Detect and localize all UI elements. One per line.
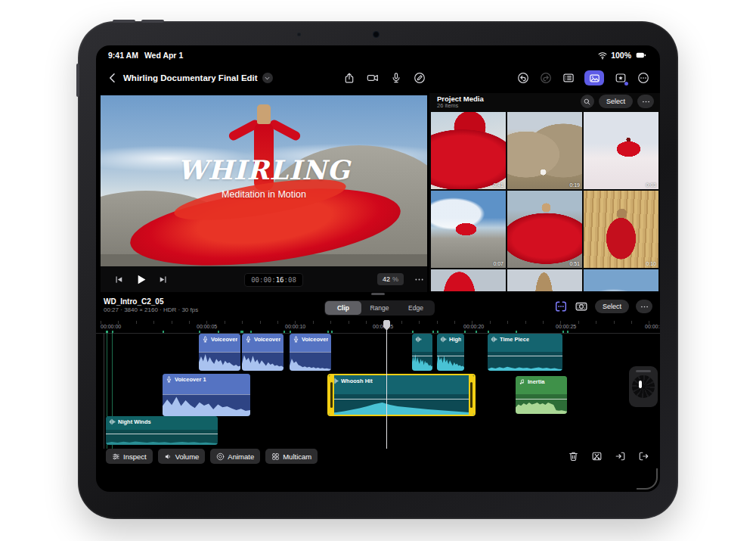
badge-dot [624,82,628,86]
timeline-clip-high-[interactable]: High... [437,334,464,371]
media-more-button[interactable] [637,95,654,108]
jog-dial[interactable] [632,375,655,398]
timeline-clip-night-winds[interactable]: Night Winds [106,416,218,445]
volume-button[interactable]: Volume [158,449,206,464]
media-select-button[interactable]: Select [599,95,633,108]
media-thumbnail-salt-flat-dancer[interactable]: 0:03 [584,112,658,189]
video-viewer[interactable]: WHIRLING Meditation in Motion [101,95,427,266]
clip-header: High... [437,334,464,352]
timeline-clip-voiceover-2[interactable]: Voiceover 2 [242,334,284,371]
status-indicators: 100% [597,50,648,61]
timeline-clip-whoosh-hit[interactable]: Whoosh Hit [327,374,476,416]
media-thumbnail-red-swirl-closeup[interactable]: 0:41 [431,112,506,189]
ruler-label: 00:00:25 [556,324,576,329]
clip-overlay-button[interactable] [575,300,588,313]
timeline-start-line [104,333,104,449]
volume-down-button [141,20,164,23]
blade-button[interactable] [591,451,603,462]
more-dots-icon [641,97,651,107]
jog-wheel[interactable] [629,366,658,407]
media-thumbnail-rocky-valley[interactable]: 0:19 [507,112,582,189]
media-thumbnail-hat-figure[interactable] [507,269,582,291]
index-button[interactable] [562,72,575,85]
overlay-badge-button[interactable] [614,72,627,85]
timeline-select-button[interactable]: Select [595,300,629,313]
mic-small-icon [293,336,299,343]
title-dropdown-button[interactable] [262,73,273,83]
media-thumbnail-red-figure-partial[interactable] [431,269,506,291]
timecode-display[interactable]: 00:00:16:08 [244,273,303,287]
camera-sensor [297,33,301,36]
insert-left-button[interactable] [615,451,626,462]
project-title[interactable]: Whirling Documentary Final Edit [123,73,258,82]
animate-button[interactable]: Animate [210,449,260,464]
battery-icon [634,50,648,61]
tool-button-label: Multicam [283,452,311,461]
media-thumbnail-whirl-on-hills[interactable]: 0:51 [507,191,582,268]
media-grid: 0:410:190:030:070:510:10 [431,112,658,291]
panel-resize-grip[interactable] [371,293,385,295]
clip-waveform [290,352,331,371]
viewer-more-button[interactable] [414,274,425,285]
timecode-frames: :08 [284,276,296,284]
media-thumbnail-hill-dancer-sky[interactable]: 0:07 [431,191,506,268]
more-icon [637,72,649,84]
timeline-ruler[interactable]: 00:00:0000:00:0500:00:1000:00:1500:00:20… [96,320,660,334]
timeline-clip-untitled[interactable] [412,334,432,371]
mode-clip[interactable]: Clip [325,301,361,315]
media-browser-button[interactable] [584,70,604,86]
inspect-button[interactable]: Inspect [106,449,153,464]
mode-edge[interactable]: Edge [398,301,434,315]
timeline-more-button[interactable] [636,300,652,313]
clip-waveform [163,394,250,416]
timeline-tool-buttons: InspectVolumeAnimateMulticam [106,449,318,464]
clip-header: Night Winds [106,416,218,430]
undo-button[interactable] [516,72,529,85]
skip-forward-button[interactable] [158,275,168,284]
camera-button[interactable] [366,72,379,85]
corner-gesture-hint [637,468,658,490]
trim-handle-left[interactable] [329,375,334,415]
zoom-level-control[interactable]: 42 % [377,273,404,285]
thumbnail-duration: 0:41 [493,182,503,188]
mode-range[interactable]: Range [361,301,398,315]
clip-volume-line [412,356,432,356]
chevron-down-icon [264,75,271,82]
timeline-clip-voiceover-3[interactable]: Voiceover 3 [290,334,331,371]
timeline-clip-voiceover-2[interactable]: Voiceover 2 [199,334,240,371]
media-thumbnail-reeds-figure[interactable]: 0:10 [584,191,658,268]
trash-button[interactable] [568,451,579,462]
search-icon [583,98,591,106]
battery-percent: 100% [611,51,631,60]
back-button[interactable] [107,72,119,84]
top-button [76,64,79,97]
mic-button[interactable] [389,72,402,85]
ruler-label: 00:00:20 [463,324,484,329]
index-icon [562,72,575,84]
tool-button-label: Animate [228,452,254,461]
timeline-clip-inertia[interactable]: Inertia [516,376,567,414]
trim-handle-right[interactable] [469,375,474,415]
skip-back-button[interactable] [114,275,124,284]
share-button[interactable] [342,72,355,85]
ipad-device-frame: 9:41 AM Wed Apr 1 100% Whirling Document… [78,21,678,519]
magnetic-timeline-button[interactable] [554,300,568,313]
clip-volume-line [242,352,284,353]
multicam-button[interactable]: Multicam [265,449,318,464]
play-button[interactable] [135,273,147,286]
clip-label: Voiceover 1 [175,376,206,383]
clip-label: Night Winds [118,418,151,425]
timeline-clip-time-piece[interactable]: Time Piece [488,334,562,371]
pencil-button[interactable] [413,72,426,85]
inspect-icon [112,452,120,461]
more-button[interactable] [637,72,649,85]
insert-right-button[interactable] [638,451,649,462]
volume-icon [164,452,172,461]
timeline-clip-voiceover-1[interactable]: Voiceover 1 [163,374,250,416]
redo-button[interactable] [539,72,552,85]
clip-header: Whoosh Hit [329,375,474,394]
media-thumbnail-sky-clouds[interactable] [584,269,658,291]
clip-waveform [242,352,284,371]
media-search-button[interactable] [581,95,594,108]
insert-right-icon [638,450,649,462]
